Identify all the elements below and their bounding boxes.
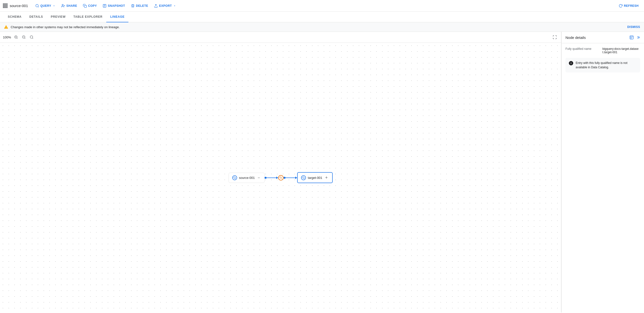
source-node-collapse[interactable]: − (258, 175, 260, 180)
info-icon: i (569, 61, 573, 65)
zoom-out-button[interactable] (20, 34, 27, 40)
dropdown-icon (52, 4, 56, 7)
canvas-container: 100% source-00 (0, 32, 561, 313)
connector-arrow-1 (276, 176, 278, 179)
middle-node[interactable] (278, 175, 284, 180)
svg-rect-23 (630, 36, 633, 39)
zoom-reset-button[interactable] (28, 34, 35, 40)
copy-icon (83, 4, 87, 8)
panel-layout-button[interactable] (630, 35, 634, 40)
connector-dot-2 (284, 177, 286, 179)
delete-icon (131, 4, 135, 8)
svg-point-2 (62, 4, 63, 5)
fullscreen-button[interactable] (551, 34, 558, 40)
svg-line-18 (235, 178, 236, 179)
toolbar: source-001 QUERY SHARE COPY SNAPSHOT DEL… (0, 0, 644, 12)
page-title: source-001 (10, 4, 28, 8)
tab-lineage[interactable]: LINEAGE (106, 12, 128, 22)
delete-button[interactable]: DELETE (128, 2, 150, 9)
zoom-out-icon (22, 35, 26, 39)
tab-schema[interactable]: SCHEMA (4, 12, 26, 22)
zoom-in-icon (14, 35, 18, 39)
tabbar: SCHEMA DETAILS PREVIEW TABLE EXPLORER LI… (0, 12, 644, 22)
svg-point-0 (36, 4, 38, 7)
zoom-reset-icon (30, 35, 34, 39)
notice-text: Changes made in other systems may not be… (11, 25, 625, 29)
refresh-label: REFRESH (624, 4, 639, 7)
fully-qualified-name-row: Fully qualified name bigquery:docs-targe… (566, 47, 640, 54)
svg-line-13 (24, 38, 25, 39)
tab-table-explorer[interactable]: TABLE EXPLORER (70, 12, 106, 22)
delete-label: DELETE (136, 4, 148, 7)
source-node-icon (232, 175, 237, 180)
target-node-label: target-001 (308, 176, 322, 180)
info-box: i Entry with this fully qualified name i… (566, 58, 640, 72)
lineage-canvas[interactable]: source-001 − (0, 43, 561, 313)
panel-collapse-button[interactable] (636, 35, 640, 40)
connector-1 (264, 176, 278, 179)
dismiss-button[interactable]: DISMISS (627, 25, 640, 29)
snapshot-label: SNAPSHOT (108, 4, 125, 7)
svg-line-9 (17, 38, 18, 39)
refresh-icon (619, 4, 622, 8)
snapshot-button[interactable]: SNAPSHOT (100, 2, 128, 9)
svg-line-20 (281, 178, 282, 179)
export-dropdown-icon (173, 4, 176, 7)
share-label: SHARE (66, 4, 77, 7)
layout-icon (630, 35, 634, 40)
target-node[interactable]: target-001 + (297, 172, 333, 183)
zoom-in-button[interactable] (13, 34, 20, 40)
panel-header: Node details (562, 32, 644, 43)
fullscreen-icon (552, 35, 557, 39)
refresh-button[interactable]: REFRESH (616, 2, 641, 9)
tab-details[interactable]: DETAILS (26, 12, 47, 22)
svg-line-22 (304, 178, 305, 179)
panel-body: Fully qualified name bigquery:docs-targe… (562, 43, 644, 313)
export-label: EXPORT (159, 4, 172, 7)
source-node-label: source-001 (239, 176, 255, 180)
fully-qualified-name-label: Fully qualified name (566, 47, 600, 54)
query-button[interactable]: QUERY (33, 2, 58, 9)
zoom-level: 100% (3, 35, 12, 39)
snapshot-icon (103, 4, 106, 8)
info-message: Entry with this fully qualified name is … (576, 61, 637, 69)
svg-line-16 (32, 38, 33, 39)
tab-preview[interactable]: PREVIEW (47, 12, 70, 22)
query-label: QUERY (40, 4, 51, 7)
canvas-toolbar: 100% (0, 32, 561, 43)
connector-dot-1 (264, 177, 266, 179)
fully-qualified-name-value: bigquery:docs-target.dataset.target-001 (602, 47, 640, 54)
copy-button[interactable]: COPY (80, 2, 99, 9)
chevron-right-icon (636, 35, 640, 40)
source-node[interactable]: source-001 − (228, 173, 264, 183)
svg-line-1 (38, 6, 39, 7)
search-icon (35, 4, 39, 8)
target-node-icon (301, 175, 306, 180)
node-details-panel: Node details Fully qualified name bigque… (561, 32, 644, 313)
svg-point-15 (30, 36, 33, 38)
copy-label: COPY (88, 4, 97, 7)
share-button[interactable]: SHARE (59, 2, 80, 9)
export-button[interactable]: EXPORT (152, 2, 178, 9)
share-icon (61, 4, 65, 8)
export-icon (154, 4, 158, 8)
connector-line-2 (286, 177, 295, 178)
connector-arrow-2 (295, 176, 297, 179)
panel-icons (630, 35, 640, 40)
panel-title: Node details (566, 35, 586, 40)
warning-icon (4, 25, 8, 29)
app-title: source-001 (3, 3, 28, 8)
lineage-diagram: source-001 − (228, 172, 332, 183)
connector-line-1 (266, 177, 276, 178)
connector-2 (284, 176, 297, 179)
target-node-expand[interactable]: + (325, 175, 328, 180)
svg-rect-5 (84, 5, 86, 7)
notice-bar: Changes made in other systems may not be… (0, 22, 644, 32)
app-grid-icon (3, 3, 8, 8)
main-content: 100% source-00 (0, 32, 644, 313)
